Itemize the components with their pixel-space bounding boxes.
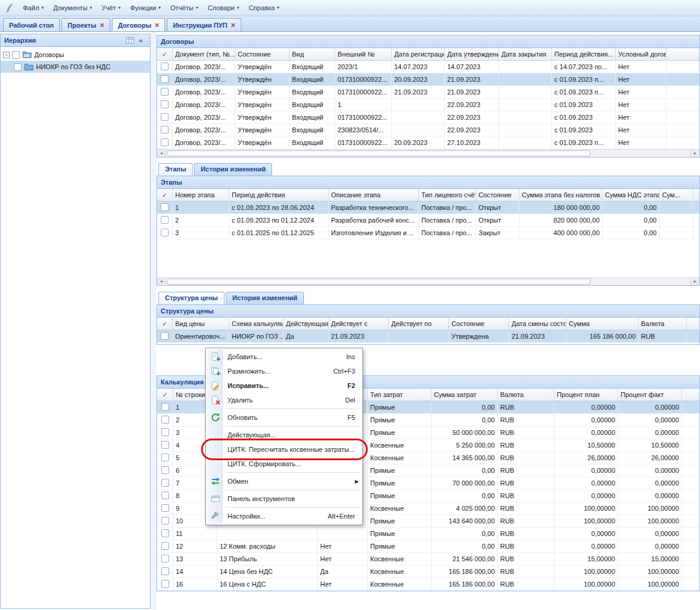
menu-dictionaries[interactable]: Словари▾ bbox=[203, 2, 243, 13]
column-header[interactable]: Тип лицевого счёт bbox=[419, 189, 476, 201]
scroll-left-icon[interactable]: ◄ bbox=[157, 278, 166, 285]
context-menu-item[interactable]: Настройки...Alt+Enter bbox=[207, 509, 361, 523]
menu-help[interactable]: Справка▾ bbox=[244, 2, 283, 13]
table-row[interactable]: 11Прямые0,00RUB0,000000,00000 bbox=[157, 528, 699, 540]
row-checkbox[interactable] bbox=[161, 113, 169, 121]
column-header[interactable]: Действует по bbox=[389, 318, 449, 330]
table-row[interactable]: Ориентировоч...НИОКР по ГОЗ ...Да21.09.2… bbox=[157, 330, 699, 343]
tree-node-contracts[interactable]: − Договоры bbox=[1, 49, 150, 61]
row-checkbox[interactable] bbox=[161, 441, 169, 449]
column-header[interactable]: Внешний № bbox=[335, 48, 392, 60]
tab-projects[interactable]: Проекты× bbox=[61, 18, 110, 31]
column-header[interactable]: Дата регистрации bbox=[392, 48, 445, 60]
row-checkbox[interactable] bbox=[161, 63, 169, 70]
scrollbar-track[interactable] bbox=[592, 150, 690, 157]
column-header[interactable]: Процент план bbox=[554, 389, 618, 401]
table-row[interactable]: 3с 01.01.2025 по 01.12.2025Изготовление … bbox=[157, 227, 699, 239]
table-row[interactable]: Договор, 2023/...УтверждёнВходящий017310… bbox=[157, 137, 699, 149]
row-checkbox[interactable] bbox=[161, 517, 169, 525]
table-row[interactable]: Договор, 2023/...УтверждёнВходящий017310… bbox=[157, 73, 699, 86]
row-checkbox[interactable] bbox=[161, 555, 169, 562]
context-menu-item[interactable]: Обмен▶ bbox=[207, 474, 361, 488]
column-header[interactable]: Вид цены bbox=[173, 318, 229, 330]
table-row[interactable]: 1313 ПрибыльНетКосвенные21 546 000,00RUB… bbox=[157, 553, 699, 565]
column-header[interactable]: Процент факт bbox=[618, 389, 682, 401]
row-checkbox[interactable] bbox=[161, 229, 169, 236]
row-checkbox[interactable] bbox=[161, 567, 169, 575]
row-checkbox[interactable] bbox=[161, 428, 169, 436]
column-header[interactable]: Описание этапа bbox=[329, 189, 419, 201]
column-header[interactable]: Дата смены состо bbox=[509, 318, 566, 330]
column-header[interactable]: Сум... bbox=[660, 189, 693, 201]
row-checkbox[interactable] bbox=[161, 403, 169, 411]
row-checkbox[interactable] bbox=[161, 479, 169, 487]
row-checkbox[interactable] bbox=[161, 454, 169, 461]
menu-reports[interactable]: Отчёты▾ bbox=[166, 2, 202, 13]
column-header[interactable]: Вид bbox=[290, 48, 335, 60]
column-header[interactable]: Дата утверждения bbox=[445, 48, 499, 60]
select-all-column-header[interactable]: ✓ bbox=[157, 48, 173, 60]
tab-stages-history[interactable]: История изменений bbox=[194, 163, 272, 176]
column-header[interactable]: Схема калькуляци bbox=[229, 318, 283, 330]
menu-accounting[interactable]: Учёт▾ bbox=[98, 2, 125, 13]
tab-price-structure[interactable]: Структура цены bbox=[158, 292, 225, 304]
table-row[interactable]: 2с 01.09.2023 по 01.12.2024Разработка ра… bbox=[157, 214, 699, 227]
row-checkbox[interactable] bbox=[161, 466, 169, 474]
table-row[interactable]: 1с 01.09.2023 по 28.06.2024Разработка те… bbox=[157, 202, 699, 214]
table-row[interactable]: Договор, 2023/...УтверждёнВходящий2023/1… bbox=[157, 61, 699, 73]
row-checkbox[interactable] bbox=[161, 100, 169, 108]
column-header[interactable]: Состояние bbox=[235, 48, 290, 60]
column-header[interactable]: Валюта bbox=[639, 318, 687, 330]
row-checkbox[interactable] bbox=[161, 580, 169, 588]
grid-view-icon[interactable] bbox=[125, 35, 135, 45]
context-menu-item[interactable]: Размножить...Ctrl+F3 bbox=[207, 364, 361, 378]
table-row[interactable]: Договор, 2023/...УтверждёнВходящий017310… bbox=[157, 111, 699, 124]
column-header[interactable]: Валюта bbox=[498, 389, 554, 401]
row-checkbox[interactable] bbox=[161, 416, 169, 424]
tab-contracts[interactable]: Договоры× bbox=[112, 18, 165, 31]
row-checkbox[interactable] bbox=[161, 332, 169, 340]
menu-documents[interactable]: Документы▾ bbox=[49, 2, 96, 13]
panel-splitter[interactable] bbox=[150, 32, 156, 610]
table-row[interactable]: 1212 Комм. расходыНетПрямые0,00RUB0,0000… bbox=[157, 540, 699, 553]
row-checkbox[interactable] bbox=[161, 203, 169, 211]
table-row[interactable]: Договор, 2023/...УтверждёнВходящий122.09… bbox=[157, 99, 699, 111]
scrollbar-thumb[interactable] bbox=[167, 150, 590, 156]
scrollbar-thumb[interactable] bbox=[167, 279, 590, 285]
context-menu-item[interactable]: Действующая... bbox=[207, 428, 361, 442]
tree-node-niokr[interactable]: НИОКР по ГОЗ без НДС bbox=[1, 61, 150, 73]
column-header[interactable]: Сумма НДС этапа bbox=[602, 189, 660, 201]
close-icon[interactable]: × bbox=[100, 22, 104, 29]
column-header[interactable]: Сумма затрат bbox=[432, 389, 498, 401]
context-menu-item[interactable]: ЦИТК. Сформировать... bbox=[207, 457, 361, 471]
column-header[interactable]: Дата закрытия bbox=[499, 48, 552, 60]
tab-desktop[interactable]: Рабочий стол bbox=[3, 18, 60, 31]
tree-checkbox[interactable] bbox=[12, 51, 20, 59]
tab-pup-instructions[interactable]: Инструкции ПУП× bbox=[167, 18, 241, 31]
close-icon[interactable]: × bbox=[231, 22, 235, 29]
column-header[interactable]: Сумма bbox=[566, 318, 639, 330]
column-header[interactable]: Действующая bbox=[283, 318, 329, 330]
menu-file[interactable]: Файл▾ bbox=[19, 2, 48, 13]
context-menu-item[interactable]: Добавить...Ins bbox=[207, 350, 361, 364]
row-checkbox[interactable] bbox=[161, 88, 169, 96]
column-header[interactable]: Действует с bbox=[329, 318, 389, 330]
row-checkbox[interactable] bbox=[161, 542, 169, 550]
column-header[interactable]: Условный догов... bbox=[616, 48, 666, 60]
table-row[interactable]: Договор, 2023/...УтверждёнВходящий230823… bbox=[157, 124, 699, 137]
context-menu-item[interactable]: ОбновитьF5 bbox=[207, 410, 361, 425]
column-header[interactable]: Документ (тип, №... bbox=[173, 48, 235, 60]
tab-price-history[interactable]: История изменений bbox=[226, 292, 304, 304]
collapse-panel-icon[interactable]: « bbox=[135, 35, 146, 45]
row-checkbox[interactable] bbox=[161, 75, 169, 83]
tab-stages[interactable]: Этапы bbox=[158, 163, 193, 176]
table-row[interactable]: 1616 Цена с НДСНетКосвенные165 186 000,0… bbox=[157, 578, 699, 591]
column-header[interactable]: Сумма этапа без налогов bbox=[519, 189, 602, 201]
scroll-left-icon[interactable]: ◄ bbox=[157, 150, 166, 157]
row-checkbox[interactable] bbox=[161, 126, 169, 134]
context-menu-item[interactable]: УдалитьDel bbox=[207, 393, 361, 407]
close-icon[interactable]: × bbox=[155, 22, 159, 29]
column-header[interactable]: Состояние bbox=[476, 189, 519, 201]
tree-expander-icon[interactable]: − bbox=[3, 52, 10, 58]
scrollbar-track[interactable] bbox=[592, 278, 690, 285]
